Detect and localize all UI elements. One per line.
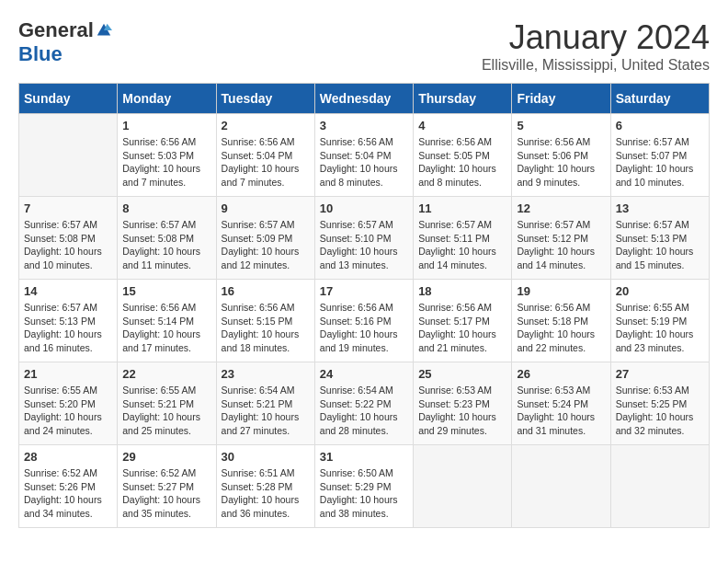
day-info: Sunrise: 6:53 AMSunset: 5:23 PMDaylight:… [418, 384, 506, 438]
logo-icon [96, 22, 112, 39]
calendar-cell [512, 445, 610, 528]
calendar-cell: 7Sunrise: 6:57 AMSunset: 5:08 PMDaylight… [19, 197, 118, 280]
day-info: Sunrise: 6:57 AMSunset: 5:10 PMDaylight:… [320, 218, 408, 272]
day-number: 18 [418, 284, 506, 298]
day-number: 21 [24, 367, 112, 381]
day-number: 26 [517, 367, 605, 381]
day-info: Sunrise: 6:57 AMSunset: 5:11 PMDaylight:… [418, 218, 506, 272]
calendar-cell: 13Sunrise: 6:57 AMSunset: 5:13 PMDayligh… [610, 197, 709, 280]
day-header-monday: Monday [118, 84, 216, 114]
calendar-table: SundayMondayTuesdayWednesdayThursdayFrid… [18, 83, 710, 528]
day-header-friday: Friday [512, 84, 610, 114]
calendar-cell: 15Sunrise: 6:56 AMSunset: 5:14 PMDayligh… [118, 280, 216, 362]
day-info: Sunrise: 6:57 AMSunset: 5:08 PMDaylight:… [24, 218, 112, 272]
calendar-cell: 4Sunrise: 6:56 AMSunset: 5:05 PMDaylight… [414, 114, 512, 197]
calendar-week-1: 1Sunrise: 6:56 AMSunset: 5:03 PMDaylight… [19, 114, 710, 197]
calendar-cell: 22Sunrise: 6:55 AMSunset: 5:21 PMDayligh… [118, 362, 216, 445]
day-header-wednesday: Wednesday [314, 84, 413, 114]
calendar-header-row: SundayMondayTuesdayWednesdayThursdayFrid… [19, 84, 710, 114]
day-number: 1 [122, 119, 210, 132]
calendar-cell: 31Sunrise: 6:50 AMSunset: 5:29 PMDayligh… [314, 445, 413, 528]
day-info: Sunrise: 6:52 AMSunset: 5:27 PMDaylight:… [122, 466, 210, 521]
calendar-cell: 5Sunrise: 6:56 AMSunset: 5:06 PMDaylight… [512, 114, 610, 197]
day-info: Sunrise: 6:50 AMSunset: 5:29 PMDaylight:… [320, 466, 408, 521]
day-number: 28 [24, 450, 112, 464]
calendar-week-4: 21Sunrise: 6:55 AMSunset: 5:20 PMDayligh… [19, 362, 710, 445]
day-info: Sunrise: 6:53 AMSunset: 5:24 PMDaylight:… [517, 384, 605, 438]
day-info: Sunrise: 6:53 AMSunset: 5:25 PMDaylight:… [616, 384, 704, 438]
calendar-cell: 25Sunrise: 6:53 AMSunset: 5:23 PMDayligh… [414, 362, 512, 445]
day-number: 31 [320, 450, 408, 464]
day-info: Sunrise: 6:56 AMSunset: 5:05 PMDaylight:… [418, 135, 506, 190]
day-number: 14 [24, 284, 112, 298]
location-title: Ellisville, Mississippi, United States [482, 57, 710, 74]
day-header-saturday: Saturday [610, 84, 709, 114]
calendar-cell: 16Sunrise: 6:56 AMSunset: 5:15 PMDayligh… [216, 280, 314, 362]
calendar-cell: 3Sunrise: 6:56 AMSunset: 5:04 PMDaylight… [314, 114, 413, 197]
day-number: 13 [616, 201, 704, 215]
calendar-cell [19, 114, 118, 197]
day-info: Sunrise: 6:56 AMSunset: 5:03 PMDaylight:… [122, 135, 210, 190]
day-number: 6 [616, 119, 704, 132]
day-number: 23 [222, 367, 310, 381]
day-header-sunday: Sunday [19, 84, 118, 114]
day-info: Sunrise: 6:54 AMSunset: 5:22 PMDaylight:… [320, 384, 408, 438]
day-number: 12 [517, 201, 605, 215]
calendar-week-5: 28Sunrise: 6:52 AMSunset: 5:26 PMDayligh… [19, 445, 710, 528]
day-header-thursday: Thursday [414, 84, 512, 114]
day-info: Sunrise: 6:55 AMSunset: 5:19 PMDaylight:… [616, 301, 704, 355]
day-info: Sunrise: 6:57 AMSunset: 5:09 PMDaylight:… [222, 218, 310, 272]
calendar-cell: 26Sunrise: 6:53 AMSunset: 5:24 PMDayligh… [512, 362, 610, 445]
calendar-cell: 24Sunrise: 6:54 AMSunset: 5:22 PMDayligh… [314, 362, 413, 445]
calendar-cell: 14Sunrise: 6:57 AMSunset: 5:13 PMDayligh… [19, 280, 118, 362]
calendar-cell: 9Sunrise: 6:57 AMSunset: 5:09 PMDaylight… [216, 197, 314, 280]
calendar-cell: 2Sunrise: 6:56 AMSunset: 5:04 PMDaylight… [216, 114, 314, 197]
calendar-cell: 20Sunrise: 6:55 AMSunset: 5:19 PMDayligh… [610, 280, 709, 362]
day-number: 16 [222, 284, 310, 298]
day-number: 22 [122, 367, 210, 381]
calendar-cell: 27Sunrise: 6:53 AMSunset: 5:25 PMDayligh… [610, 362, 709, 445]
calendar-cell: 29Sunrise: 6:52 AMSunset: 5:27 PMDayligh… [118, 445, 216, 528]
day-info: Sunrise: 6:57 AMSunset: 5:08 PMDaylight:… [122, 218, 210, 272]
day-info: Sunrise: 6:57 AMSunset: 5:13 PMDaylight:… [616, 218, 704, 272]
day-number: 9 [222, 201, 310, 215]
calendar-cell: 23Sunrise: 6:54 AMSunset: 5:21 PMDayligh… [216, 362, 314, 445]
day-info: Sunrise: 6:56 AMSunset: 5:04 PMDaylight:… [222, 135, 310, 190]
day-info: Sunrise: 6:56 AMSunset: 5:15 PMDaylight:… [222, 301, 310, 355]
day-number: 17 [320, 284, 408, 298]
calendar-cell [610, 445, 709, 528]
day-number: 30 [222, 450, 310, 464]
day-info: Sunrise: 6:56 AMSunset: 5:18 PMDaylight:… [517, 301, 605, 355]
day-number: 15 [122, 284, 210, 298]
calendar-cell: 6Sunrise: 6:57 AMSunset: 5:07 PMDaylight… [610, 114, 709, 197]
day-info: Sunrise: 6:57 AMSunset: 5:13 PMDaylight:… [24, 301, 112, 355]
day-info: Sunrise: 6:56 AMSunset: 5:14 PMDaylight:… [122, 301, 210, 355]
day-number: 8 [122, 201, 210, 215]
header: General Blue January 2024 Ellisville, Mi… [18, 18, 710, 74]
day-number: 20 [616, 284, 704, 298]
day-number: 24 [320, 367, 408, 381]
title-area: January 2024 Ellisville, Mississippi, Un… [482, 18, 710, 74]
day-info: Sunrise: 6:55 AMSunset: 5:21 PMDaylight:… [122, 384, 210, 438]
day-number: 19 [517, 284, 605, 298]
logo-general-text: General [18, 18, 94, 42]
calendar-cell: 8Sunrise: 6:57 AMSunset: 5:08 PMDaylight… [118, 197, 216, 280]
day-info: Sunrise: 6:57 AMSunset: 5:12 PMDaylight:… [517, 218, 605, 272]
day-number: 11 [418, 201, 506, 215]
day-number: 3 [320, 119, 408, 132]
day-info: Sunrise: 6:56 AMSunset: 5:16 PMDaylight:… [320, 301, 408, 355]
day-header-tuesday: Tuesday [216, 84, 314, 114]
calendar-week-3: 14Sunrise: 6:57 AMSunset: 5:13 PMDayligh… [19, 280, 710, 362]
calendar-cell: 21Sunrise: 6:55 AMSunset: 5:20 PMDayligh… [19, 362, 118, 445]
calendar-cell: 19Sunrise: 6:56 AMSunset: 5:18 PMDayligh… [512, 280, 610, 362]
logo: General Blue [18, 18, 112, 66]
day-number: 29 [122, 450, 210, 464]
calendar-cell: 18Sunrise: 6:56 AMSunset: 5:17 PMDayligh… [414, 280, 512, 362]
day-info: Sunrise: 6:56 AMSunset: 5:17 PMDaylight:… [418, 301, 506, 355]
calendar-cell: 10Sunrise: 6:57 AMSunset: 5:10 PMDayligh… [314, 197, 413, 280]
day-number: 10 [320, 201, 408, 215]
logo-blue-text: Blue [18, 42, 63, 66]
day-info: Sunrise: 6:54 AMSunset: 5:21 PMDaylight:… [222, 384, 310, 438]
day-number: 7 [24, 201, 112, 215]
day-number: 25 [418, 367, 506, 381]
